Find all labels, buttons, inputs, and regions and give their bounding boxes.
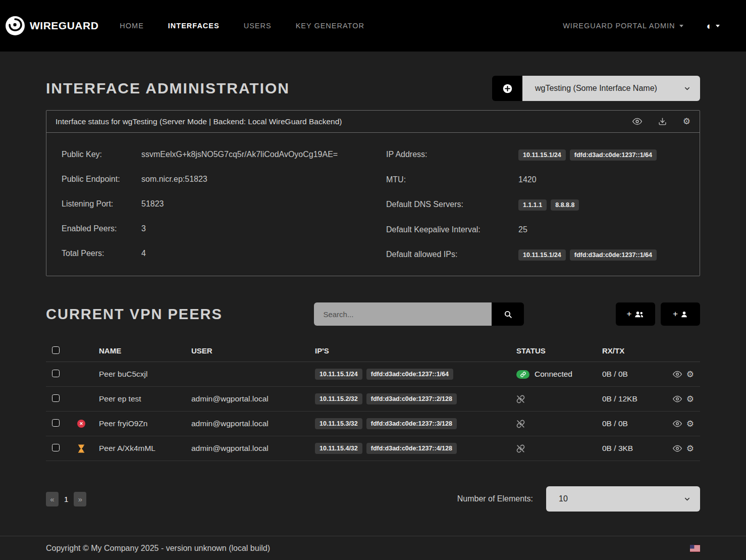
column-header-user: USER — [191, 346, 315, 355]
chevron-down-icon — [683, 495, 691, 503]
interface-settings-button[interactable]: ⚙ — [683, 117, 690, 126]
view-peer-button[interactable] — [673, 419, 682, 428]
page-title: INTERFACE ADMINISTRATION — [46, 80, 290, 97]
peer-settings-button[interactable]: ⚙ — [686, 394, 694, 403]
ip-badge: 10.11.15.2/32 — [315, 393, 362, 404]
nav-item-users[interactable]: USERS — [244, 22, 272, 30]
peer-ips: 10.11.15.1/24fdfd:d3ad:c0de:1237::1/64 — [315, 369, 516, 380]
disconnected-unlink-icon — [516, 444, 525, 453]
peer-name[interactable]: Peer buC5cxjl — [92, 370, 191, 379]
disconnected-unlink-icon — [516, 395, 525, 403]
main-content: INTERFACE ADMINISTRATION wgTesting (Some… — [0, 76, 746, 512]
column-header-ips: IP'S — [315, 346, 516, 355]
public-key-value: ssvmEelxG+k8jsNO5G7cq5r/Ak7liCodAvOyoCg1… — [141, 149, 386, 160]
field-label: Listening Port: — [62, 198, 141, 210]
view-peer-button[interactable] — [673, 394, 682, 403]
language-flag-us-icon[interactable] — [690, 545, 700, 552]
user-icon — [680, 311, 688, 318]
mtu-value: 1420 — [518, 174, 684, 185]
peer-settings-button[interactable]: ⚙ — [686, 370, 694, 379]
table-footer-bar: « 1 » Number of Elements: 10 — [46, 486, 700, 512]
peer-status — [516, 395, 602, 403]
interface-details-right: IP Address: 10.11.15.1/24fdfd:d3ad:c0de:… — [386, 149, 684, 261]
enabled-peers-value: 3 — [141, 223, 386, 234]
elements-count-select[interactable]: 10 — [546, 486, 700, 512]
ip-badge: 10.11.15.1/24 — [315, 369, 362, 380]
search-input[interactable] — [314, 302, 492, 326]
dns-badge: 8.8.8.8 — [551, 199, 579, 211]
row-actions: ⚙ — [668, 419, 700, 428]
row-actions: ⚙ — [668, 394, 700, 403]
peer-settings-button[interactable]: ⚙ — [686, 444, 694, 453]
add-peer-button[interactable]: + — [661, 302, 700, 326]
peer-settings-button[interactable]: ⚙ — [686, 419, 694, 428]
peer-status: Connected — [516, 370, 602, 379]
nav-item-key-generator[interactable]: KEY GENERATOR — [296, 22, 364, 30]
peer-status — [516, 444, 602, 453]
keepalive-value: 25 — [518, 224, 684, 235]
peer-user: admin@wgportal.local — [191, 419, 315, 428]
interface-status-card: Interface status for wgTesting (Server M… — [46, 110, 700, 276]
field-label: Total Peers: — [62, 248, 141, 259]
ip-badge: fdfd:d3ad:c0de:1237::2/128 — [366, 393, 457, 404]
nav-item-interfaces[interactable]: INTERFACES — [168, 22, 220, 30]
eye-icon — [673, 370, 682, 379]
copyright-text: Copyright © My Company 2025 - version un… — [46, 544, 270, 553]
row-checkbox[interactable] — [52, 444, 60, 451]
brand-text: WireGuard — [30, 20, 98, 32]
navbar-right: WIREGUARD PORTAL ADMIN ◐ — [563, 21, 720, 31]
interface-select[interactable]: wgTesting (Some Interface Name) — [522, 76, 700, 101]
row-checkbox[interactable] — [52, 394, 60, 402]
field-label: Enabled Peers: — [62, 223, 141, 234]
peer-rxtx: 0B / 3KB — [602, 444, 668, 453]
peer-name[interactable]: Peer ep test — [92, 394, 191, 403]
ip-badge: 10.11.15.3/32 — [315, 418, 362, 429]
view-peer-button[interactable] — [673, 370, 682, 379]
field-label: Default DNS Servers: — [386, 199, 518, 211]
select-all-checkbox[interactable] — [52, 346, 60, 354]
pagination-next-button[interactable]: » — [74, 492, 86, 506]
download-config-button[interactable] — [658, 117, 667, 126]
row-actions: ⚙ — [668, 370, 700, 379]
public-endpoint-value: som.nicr.ep:51823 — [141, 174, 386, 185]
view-config-button[interactable] — [632, 117, 642, 126]
allowed-ips-badges: 10.11.15.1/24fdfd:d3ad:c0de:1237::1/64 — [518, 249, 684, 261]
elements-count-group: Number of Elements: 10 — [457, 486, 700, 512]
peer-rxtx: 0B / 0B — [602, 419, 668, 428]
dns-badges: 1.1.1.18.8.8.8 — [518, 199, 684, 211]
nav-item-home[interactable]: HOME — [120, 22, 144, 30]
interface-details-left: Public Key: ssvmEelxG+k8jsNO5G7cq5r/Ak7l… — [62, 149, 386, 261]
ip-badge: fdfd:d3ad:c0de:1237::1/64 — [570, 149, 657, 161]
gear-icon: ⚙ — [686, 395, 694, 403]
add-interface-button[interactable] — [492, 76, 522, 101]
interface-select-value: wgTesting (Some Interface Name) — [535, 84, 657, 93]
search-button[interactable] — [492, 302, 524, 326]
listening-port-value: 51823 — [141, 198, 386, 210]
chevron-down-icon — [716, 25, 720, 27]
brand[interactable]: WireGuard — [5, 16, 98, 36]
ip-badge: 10.11.15.1/24 — [518, 149, 566, 161]
table-row: Peer ep test admin@wgportal.local 10.11.… — [46, 387, 700, 412]
row-checkbox[interactable] — [52, 370, 60, 377]
pagination-page-1[interactable]: 1 — [61, 492, 71, 506]
theme-toggle-dropdown[interactable]: ◐ — [707, 21, 720, 31]
field-label: MTU: — [386, 174, 518, 185]
disconnected-unlink-icon — [516, 420, 525, 428]
peer-ips: 10.11.15.3/32fdfd:d3ad:c0de:1237::3/128 — [315, 418, 516, 429]
dns-badge: 1.1.1.1 — [518, 199, 547, 211]
add-multiple-peers-button[interactable]: + — [616, 302, 655, 326]
eye-icon — [673, 394, 682, 403]
peer-name[interactable]: Peer A/Xk4mML — [92, 444, 191, 453]
eye-icon — [673, 444, 682, 453]
pagination-prev-button[interactable]: « — [46, 492, 59, 506]
row-checkbox[interactable] — [52, 419, 60, 427]
peer-name[interactable]: Peer fryiO9Zn — [92, 419, 191, 428]
admin-menu-dropdown[interactable]: WIREGUARD PORTAL ADMIN — [563, 22, 683, 30]
view-peer-button[interactable] — [673, 444, 682, 453]
ip-badge: fdfd:d3ad:c0de:1237::3/128 — [366, 418, 457, 429]
expiring-hourglass-icon — [78, 444, 84, 453]
peer-ips: 10.11.15.2/32fdfd:d3ad:c0de:1237::2/128 — [315, 393, 516, 404]
gear-icon: ⚙ — [683, 117, 690, 126]
table-row: ✕ Peer fryiO9Zn admin@wgportal.local 10.… — [46, 412, 700, 436]
field-label: IP Address: — [386, 149, 518, 161]
